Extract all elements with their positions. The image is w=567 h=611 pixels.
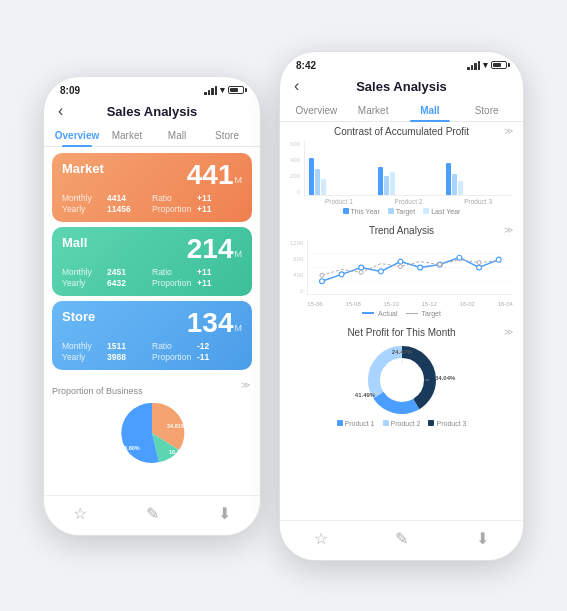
legend-target-line: Target (406, 310, 441, 317)
bar-chart-legend: This Year Target Last Year (290, 208, 513, 215)
right-wifi-icon: ▾ (483, 60, 488, 70)
right-status-bar: 8:42 ▾ (280, 52, 523, 75)
bar-y-axis: 6004002000 (290, 141, 302, 196)
favorites-icon[interactable]: ☆ (73, 504, 87, 523)
right-status-icons: ▾ (467, 60, 507, 70)
right-favorites-icon[interactable]: ☆ (314, 529, 328, 548)
legend-product3: Product 3 (428, 420, 466, 427)
line-chart-legend: Actual Target (290, 310, 513, 317)
signal-icon (204, 86, 217, 95)
store-card-value: 134 (187, 309, 234, 337)
right-edit-icon[interactable]: ✎ (395, 529, 408, 548)
tab-market-left[interactable]: Market (102, 125, 152, 146)
right-phone: 8:42 ▾ ‹ Sales Analysis Overview Market (279, 51, 524, 561)
legend-thisyear-dot (343, 208, 349, 214)
legend-target-bar: Target (388, 208, 415, 215)
tab-overview-right[interactable]: Overview (288, 100, 345, 121)
bar-g3-lastyear (458, 181, 463, 195)
line-chart-section: Trend Analysis ≫ 12008004000 (280, 221, 523, 323)
market-card: Market 441 M Monthly 4414 Ratio +11 Year… (52, 153, 252, 222)
pie-chart: 34.81% 16.79% 48.60% (52, 398, 252, 468)
bar-group-3 (446, 163, 509, 195)
tab-store-left[interactable]: Store (202, 125, 252, 146)
donut-pin: ≫ (504, 327, 513, 337)
market-yearly-value: 11456 (107, 204, 152, 214)
svg-point-6 (320, 278, 325, 283)
store-card-name: Store (62, 309, 95, 324)
tab-mall-right[interactable]: Mall (402, 100, 459, 121)
mall-card-value: 214 (187, 235, 234, 263)
edit-icon[interactable]: ✎ (146, 504, 159, 523)
download-icon[interactable]: ⬇ (218, 504, 231, 523)
market-card-name: Market (62, 161, 104, 176)
mall-card-name: Mall (62, 235, 87, 250)
legend-product1: Product 1 (337, 420, 375, 427)
svg-point-14 (477, 265, 482, 270)
line-chart-pin: ≫ (504, 225, 513, 235)
svg-text:24.47%: 24.47% (391, 349, 412, 355)
left-app-title: Sales Analysis (107, 104, 198, 119)
market-ratio-label: Ratio (152, 193, 197, 203)
mall-card-unit: M (235, 249, 243, 259)
market-card-unit: M (235, 175, 243, 185)
legend-product2: Product 2 (383, 420, 421, 427)
legend-target-line-dot (406, 313, 418, 314)
bar-group-1 (309, 158, 372, 195)
left-time: 8:09 (60, 85, 80, 96)
svg-point-11 (418, 265, 423, 270)
tab-store-right[interactable]: Store (458, 100, 515, 121)
right-signal-icon (467, 61, 480, 70)
donut-chart-section: Net Profit for This Month ≫ 24.47% 34.04… (280, 323, 523, 433)
line-x-labels: 15-06 15-08 15-10 15-12 16-02 16-04 (307, 301, 513, 307)
market-monthly-value: 4414 (107, 193, 152, 203)
svg-point-9 (379, 268, 384, 273)
store-card-stats: Monthly 1511 Ratio -12 Yearly 3988 Propo… (62, 341, 242, 362)
legend-lastyear-dot (423, 208, 429, 214)
cards-area: Market 441 M Monthly 4414 Ratio +11 Year… (44, 147, 260, 376)
svg-point-13 (457, 255, 462, 260)
svg-text:48.60%: 48.60% (121, 445, 140, 451)
svg-point-18 (399, 264, 403, 268)
svg-point-17 (360, 270, 364, 274)
pie-svg: 34.81% 16.79% 48.60% (107, 398, 197, 468)
bar-g2-target (384, 176, 389, 195)
line-chart-title: Trend Analysis (290, 225, 513, 236)
tab-market-right[interactable]: Market (345, 100, 402, 121)
left-bottom-nav: ☆ ✎ ⬇ (44, 495, 260, 535)
market-ratio-value: +11 (197, 193, 242, 203)
bar-g1-thisyear (309, 158, 314, 195)
tab-mall-left[interactable]: Mall (152, 125, 202, 146)
bar-g3-thisyear (446, 163, 451, 195)
right-back-button[interactable]: ‹ (294, 77, 299, 95)
bar-g2-lastyear (390, 172, 395, 195)
legend-actual-line (362, 312, 374, 314)
line-chart-svg (307, 240, 513, 295)
left-status-icons: ▾ (204, 85, 244, 95)
svg-point-7 (339, 271, 344, 276)
battery-icon (228, 86, 244, 94)
donut-wrapper: 24.47% 34.04% 41.49% (290, 342, 513, 417)
bar-group-2 (378, 167, 441, 195)
legend-thisyear: This Year (343, 208, 380, 215)
market-yearly-label: Yearly (62, 204, 107, 214)
legend-p1-dot (337, 420, 343, 426)
right-battery-icon (491, 61, 507, 69)
pie-title: Proportion of Business (52, 386, 143, 396)
store-card-unit: M (235, 323, 243, 333)
donut-title: Net Profit for This Month (290, 327, 513, 338)
svg-text:16.79%: 16.79% (169, 449, 188, 455)
bar-x-labels: Product 1 Product 2 Product 3 (304, 198, 513, 205)
left-status-bar: 8:09 ▾ (44, 77, 260, 100)
scene: 8:09 ▾ ‹ Sales Analysis Overview Market (0, 0, 567, 611)
market-card-top: Market 441 M (62, 161, 242, 189)
tab-overview-left[interactable]: Overview (52, 125, 102, 146)
svg-text:34.81%: 34.81% (167, 423, 186, 429)
svg-text:41.49%: 41.49% (354, 392, 375, 398)
back-button[interactable]: ‹ (58, 102, 63, 120)
left-header: ‹ Sales Analysis (44, 100, 260, 125)
market-card-stats: Monthly 4414 Ratio +11 Yearly 11456 Prop… (62, 193, 242, 214)
right-download-icon[interactable]: ⬇ (476, 529, 489, 548)
bar-chart-pin: ≫ (504, 126, 513, 136)
market-card-value: 441 (187, 161, 234, 189)
bar-chart-title: Contrast of Accumulated Profit (290, 126, 513, 137)
